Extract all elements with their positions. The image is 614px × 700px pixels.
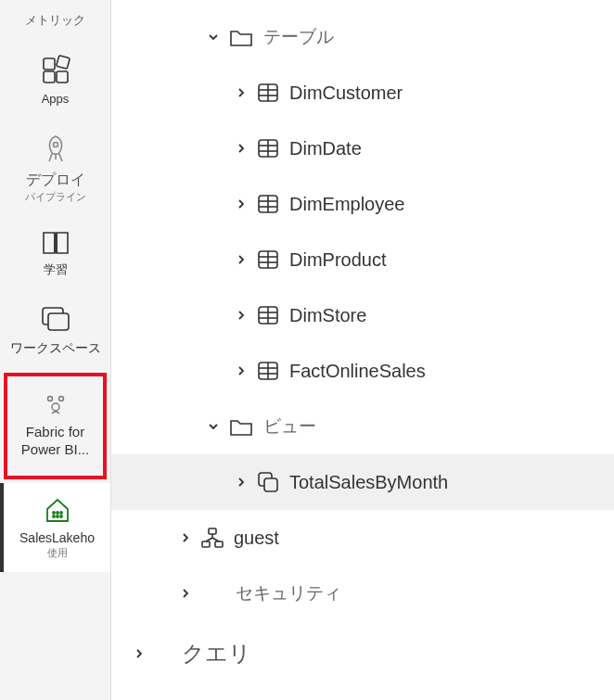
view-icon — [256, 470, 280, 494]
svg-point-7 — [52, 403, 59, 411]
tree-item-label: DimProduct — [289, 249, 386, 271]
house-icon — [43, 496, 72, 524]
chevron-right-icon — [176, 588, 195, 599]
svg-point-13 — [53, 515, 55, 517]
sidebar-item-learn[interactable]: 学習 — [0, 216, 110, 291]
sidebar-item-label: Fabric for Power BI... — [11, 423, 99, 459]
svg-point-10 — [53, 512, 55, 514]
tree-group-tables[interactable]: テーブル — [111, 9, 614, 65]
tree-item-view[interactable]: TotalSalesByMonth — [111, 454, 614, 510]
svg-rect-44 — [215, 541, 223, 547]
table-icon — [256, 82, 280, 104]
folder-icon — [228, 26, 254, 48]
sidebar-item-sublabel: パイプライン — [25, 190, 86, 203]
left-sidebar: メトリック Apps デプロイ パイプライン — [0, 0, 111, 700]
people-icon — [42, 393, 70, 417]
tree-item-table[interactable]: DimCustomer — [111, 65, 614, 121]
svg-point-9 — [58, 396, 63, 401]
svg-point-8 — [47, 396, 52, 401]
rocket-icon — [40, 134, 71, 165]
svg-rect-43 — [202, 541, 210, 547]
tree-item-label: DimEmployee — [289, 194, 404, 215]
tree-item-table[interactable]: DimProduct — [111, 232, 614, 287]
tree-item-label: TotalSalesByMonth — [289, 472, 448, 493]
table-icon — [256, 360, 280, 382]
sidebar-item-saleslakeho[interactable]: SalesLakeho 使用 — [0, 483, 110, 572]
sidebar-highlight-fabric: Fabric for Power BI... — [4, 373, 107, 479]
svg-rect-3 — [56, 56, 70, 70]
workspace-icon — [39, 304, 72, 334]
tree-item-label: DimStore — [289, 305, 366, 326]
chevron-right-icon — [232, 477, 250, 488]
tree-item-security[interactable]: セキュリティ — [111, 566, 614, 621]
tree-group-label: ビュー — [263, 414, 316, 439]
tree-item-table[interactable]: FactOnlineSales — [111, 343, 614, 399]
tree-item-label: guest — [234, 528, 279, 549]
svg-point-12 — [60, 512, 62, 514]
sidebar-item-sublabel: 使用 — [47, 546, 68, 559]
sidebar-item-apps[interactable]: Apps — [0, 42, 110, 121]
table-icon — [256, 304, 280, 326]
sidebar-item-workspace[interactable]: ワークスペース — [0, 291, 110, 369]
sidebar-item-label: デプロイ — [26, 171, 85, 190]
sidebar-item-label: 学習 — [44, 262, 68, 278]
svg-rect-41 — [264, 478, 277, 491]
svg-rect-1 — [44, 71, 55, 83]
sidebar-item-fabric[interactable]: Fabric for Power BI... — [7, 376, 103, 476]
sidebar-item-label: Apps — [42, 92, 70, 108]
tree-item-label: DimCustomer — [289, 83, 403, 104]
schema-icon — [200, 527, 224, 549]
svg-point-11 — [57, 512, 58, 514]
tree-group-label: テーブル — [263, 25, 334, 49]
tree-item-table[interactable]: DimEmployee — [111, 176, 614, 232]
chevron-right-icon — [232, 143, 250, 154]
table-icon — [256, 248, 280, 271]
chevron-right-icon — [232, 365, 250, 376]
sidebar-item-label: メトリック — [25, 13, 85, 29]
svg-rect-6 — [48, 313, 69, 330]
object-explorer: テーブル DimCustomer DimDate DimEmployee Dim… — [111, 0, 614, 700]
tree-item-label: DimDate — [289, 138, 362, 159]
book-icon — [40, 229, 71, 257]
sidebar-item-label: SalesLakeho — [19, 529, 95, 546]
svg-point-15 — [60, 515, 62, 517]
tree-group-views[interactable]: ビュー — [111, 399, 614, 454]
tree-item-table[interactable]: DimDate — [111, 121, 614, 176]
tree-item-query[interactable]: クエリ — [111, 621, 614, 686]
sidebar-item-deploy[interactable]: デプロイ パイプライン — [0, 121, 110, 216]
chevron-right-icon — [130, 648, 148, 659]
svg-rect-0 — [44, 58, 55, 70]
apps-icon — [40, 55, 71, 86]
chevron-right-icon — [232, 87, 250, 98]
tree-item-schema[interactable]: guest — [111, 510, 614, 566]
svg-rect-2 — [57, 71, 68, 83]
chevron-down-icon — [204, 31, 223, 44]
svg-rect-42 — [209, 528, 216, 534]
tree-item-label: セキュリティ — [236, 581, 341, 605]
chevron-right-icon — [176, 532, 195, 543]
sidebar-item-label: ワークスペース — [10, 339, 101, 356]
tree-item-label: FactOnlineSales — [289, 361, 426, 382]
chevron-down-icon — [204, 420, 223, 433]
svg-point-14 — [57, 515, 58, 517]
folder-icon — [228, 415, 254, 438]
table-icon — [256, 193, 280, 215]
tree-item-label: クエリ — [182, 639, 251, 668]
sidebar-item-metrics[interactable]: メトリック — [0, 0, 110, 42]
chevron-right-icon — [232, 198, 250, 210]
tree-item-table[interactable]: DimStore — [111, 287, 614, 343]
table-icon — [256, 137, 280, 159]
svg-point-4 — [53, 142, 58, 146]
chevron-right-icon — [232, 254, 250, 265]
chevron-right-icon — [232, 310, 250, 321]
